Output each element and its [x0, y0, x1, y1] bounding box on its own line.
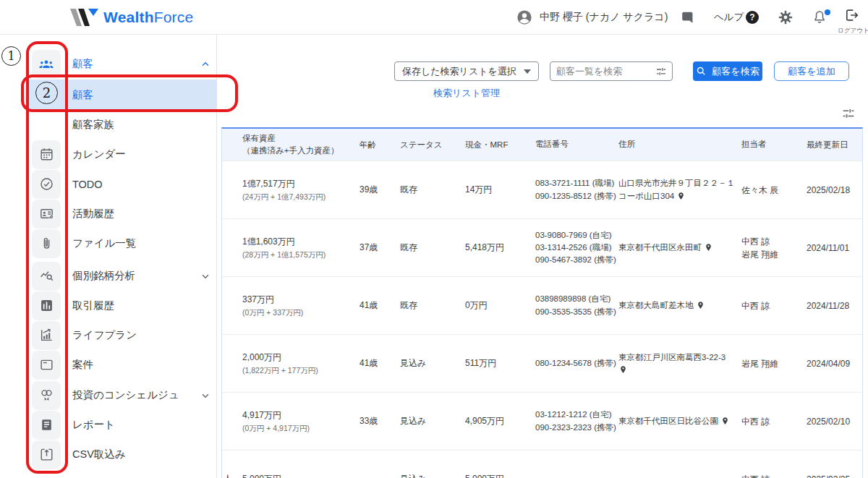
- table-row[interactable]: 人 5,000万円 - 見込み 5,000万円 中西 諒 2025/02/25: [222, 450, 862, 478]
- sidebar: 顧客 顧客 顧客家族 カレンダー TODO: [0, 35, 217, 478]
- table-row[interactable]: 2,000万円 (1,822万円 + 177万円) 41歳 見込み 511万円 …: [222, 334, 862, 392]
- user-name[interactable]: 中野 櫻子 (ナカノ サクラコ): [540, 0, 668, 35]
- saved-search-list-select[interactable]: 保存した検索リストを選択: [394, 61, 539, 81]
- sidebar-item-customers[interactable]: 顧客: [0, 49, 217, 79]
- table-row[interactable]: 337万円 (0万円 + 337万円) 41歳 既存 0万円 038989898…: [222, 276, 862, 334]
- caret-down-icon: [524, 69, 531, 74]
- sidebar-item-label: レポート: [72, 418, 115, 432]
- map-pin-icon[interactable]: [696, 300, 705, 311]
- add-customer-button[interactable]: 顧客を追加: [774, 61, 849, 81]
- table-row[interactable]: 1億1,603万円 (28万円 + 1億1,575万円) 37歳 既存 5,41…: [222, 218, 862, 276]
- sidebar-item-investment-concierge[interactable]: 投資のコンシェルジュ: [0, 380, 217, 410]
- logout-label[interactable]: ログアウト: [833, 27, 868, 35]
- chevron-up-icon: [200, 59, 211, 70]
- sidebar-subitem-customers[interactable]: 顧客: [0, 80, 217, 110]
- sidebar-item-activity-history[interactable]: 活動履歴: [0, 199, 217, 229]
- search-button-label: 顧客を検索: [712, 65, 759, 78]
- asset-detail: (24万円 + 1億7,493万円): [242, 192, 359, 202]
- sidebar-item-label: カレンダー: [72, 148, 126, 161]
- asset-detail: (0万円 + 337万円): [242, 308, 359, 318]
- sidebar-item-label: 顧客家族: [72, 118, 114, 132]
- map-pin-icon[interactable]: [704, 242, 713, 253]
- sidebar-item-reports[interactable]: レポート: [0, 410, 217, 440]
- saved-search-list-value: 保存した検索リストを選択: [402, 65, 516, 78]
- sidebar-item-label: 投資のコンシェルジュ: [72, 388, 179, 402]
- brand-light: Force: [154, 9, 194, 25]
- status-value: 既存: [400, 299, 465, 312]
- customer-table: 保有資産 （連携済み+手入力資産） 年齢 ステータス 現金・MRF 電話番号 住…: [221, 127, 863, 478]
- notification-dot: [825, 9, 830, 15]
- map-pin-icon[interactable]: [720, 416, 730, 427]
- sidebar-subitem-customer-family[interactable]: 顧客家族: [0, 110, 217, 140]
- col-address: 住所: [618, 138, 741, 150]
- wealthforce-logo: WealthForce: [69, 7, 193, 28]
- sidebar-item-label: CSV取込み: [72, 448, 126, 461]
- sidebar-item-life-plan[interactable]: ライフプラン: [0, 320, 217, 350]
- help-icon[interactable]: ?: [746, 11, 759, 24]
- map-pin-icon[interactable]: [676, 191, 686, 202]
- search-customers-button[interactable]: 顧客を検索: [693, 61, 762, 81]
- asset-total: 4,917万円: [242, 409, 359, 422]
- sidebar-item-transaction-history[interactable]: 取引履歴: [0, 291, 217, 320]
- sidebar-item-label: 顧客: [72, 88, 93, 102]
- status-value: 見込み: [400, 357, 465, 370]
- status-value: 既存: [400, 184, 465, 196]
- col-last-updated: 最終更新日: [807, 140, 861, 150]
- sidebar-item-calendar[interactable]: カレンダー: [0, 140, 217, 169]
- col-status: ステータス: [400, 140, 465, 150]
- top-bar: WealthForce 中野 櫻子 (ナカノ サクラコ) ヘルプ ? ログアウト: [0, 0, 868, 35]
- manage-search-list-link[interactable]: 検索リスト管理: [405, 87, 528, 100]
- tune-icon[interactable]: [841, 106, 856, 121]
- status-value: 既存: [400, 242, 465, 254]
- asset-total: 1億1,603万円: [242, 236, 359, 248]
- sidebar-item-todo[interactable]: TODO: [0, 169, 217, 199]
- logout-icon[interactable]: [843, 7, 859, 23]
- annotation-number-1: 1: [1, 46, 21, 66]
- sidebar-item-label: ファイル一覧: [72, 236, 136, 250]
- chevron-down-icon: [200, 390, 211, 401]
- asset-detail: (28万円 + 1億1,575万円): [242, 250, 359, 260]
- paperclip-icon: [32, 229, 61, 258]
- calendar-icon: [32, 140, 61, 169]
- asset-total: 5,000万円: [242, 473, 359, 478]
- brand-bold: Wealth: [103, 9, 154, 25]
- sidebar-item-label: 案件: [72, 358, 93, 372]
- annotation-number-2: 2: [35, 82, 58, 104]
- sidebar-item-label: TODO: [72, 179, 103, 190]
- map-pin-icon[interactable]: [618, 364, 628, 375]
- bar-chart-icon: [32, 291, 61, 320]
- chat-icon[interactable]: [680, 9, 696, 25]
- sidebar-item-label: 顧客: [72, 57, 93, 71]
- sidebar-item-label: 活動履歴: [72, 207, 114, 221]
- chart-search-icon: [32, 262, 61, 291]
- status-value: 見込み: [400, 415, 465, 427]
- sidebar-item-label: ライフプラン: [72, 328, 137, 342]
- upload-box-icon: [32, 440, 61, 469]
- gear-icon[interactable]: [778, 9, 793, 25]
- contact-edit-icon: [32, 200, 61, 229]
- asset-detail: (1,822万円 + 177万円): [242, 366, 359, 376]
- tune-icon[interactable]: [655, 65, 668, 78]
- check-circle-icon: [32, 170, 61, 199]
- col-phone: 電話番号: [535, 138, 618, 150]
- help-label[interactable]: ヘルプ: [714, 0, 744, 35]
- table-row[interactable]: 1億7,517万円 (24万円 + 1億7,493万円) 39歳 既存 14万円…: [222, 161, 862, 218]
- col-person-in-charge: 担当者: [741, 138, 807, 150]
- col-cash-mrf: 現金・MRF: [465, 140, 535, 150]
- col-age: 年齢: [359, 140, 400, 150]
- growth-chart-icon: [32, 321, 61, 350]
- table-row[interactable]: 4,917万円 (0万円 + 4,917万円) 33歳 見込み 4,905万円 …: [222, 392, 862, 450]
- add-button-label: 顧客を追加: [788, 65, 835, 78]
- sidebar-item-stock-analysis[interactable]: 個別銘柄分析: [0, 261, 217, 291]
- sidebar-item-file-list[interactable]: ファイル一覧: [0, 229, 217, 258]
- search-input[interactable]: [550, 66, 655, 77]
- sidebar-item-cases[interactable]: 案件: [0, 350, 217, 380]
- chevron-down-icon: [200, 270, 211, 282]
- card-icon: [32, 351, 61, 380]
- sidebar-item-label: 取引履歴: [72, 299, 114, 312]
- avatar-icon[interactable]: [516, 9, 532, 25]
- people-icon: [32, 50, 61, 79]
- customer-list-search: [550, 61, 673, 81]
- status-value: 見込み: [400, 473, 465, 478]
- sidebar-item-csv-import[interactable]: CSV取込み: [0, 440, 217, 469]
